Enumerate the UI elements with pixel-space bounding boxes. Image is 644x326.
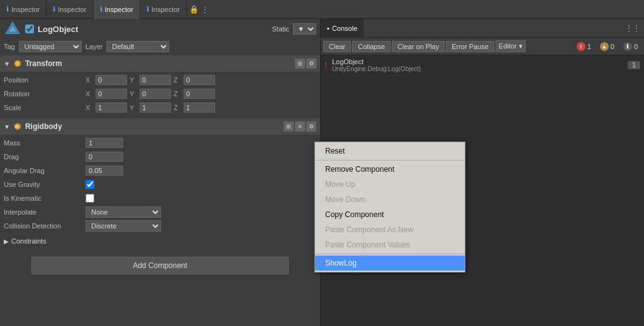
ctx-sep-2 — [315, 254, 465, 254]
ctx-remove-component[interactable]: Remove Component — [315, 162, 465, 177]
ctx-copy-component[interactable]: Copy Component — [315, 207, 465, 222]
ctx-reset[interactable]: Reset — [315, 143, 465, 159]
ctx-show-log[interactable]: ShowLog — [315, 256, 465, 271]
ctx-sep-1 — [315, 160, 465, 160]
ctx-move-down: Move Down — [315, 192, 465, 207]
ctx-paste-component-new: Paste Component As New — [315, 222, 465, 237]
ctx-move-up: Move Up — [315, 177, 465, 192]
context-menu-overlay[interactable]: Reset Remove Component Move Up Move Down… — [0, 0, 644, 326]
ctx-paste-component-values: Paste Component Values — [315, 237, 465, 252]
context-menu: Reset Remove Component Move Up Move Down… — [314, 142, 465, 273]
